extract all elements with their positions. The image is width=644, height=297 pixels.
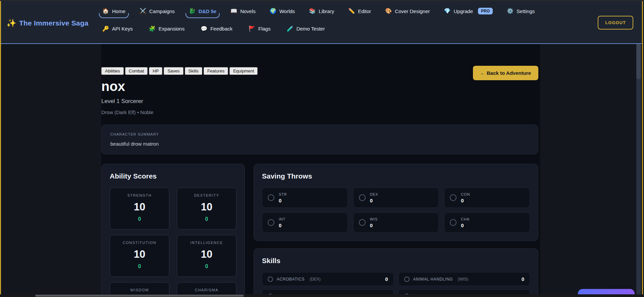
skills-panel: Skills ACROBATICS (DEX) 0 ANIMAL HANDLIN…	[254, 248, 538, 297]
key-icon: 🔑	[102, 26, 109, 32]
pro-badge: PRO	[478, 8, 493, 14]
skills-grid: ACROBATICS (DEX) 0 ANIMAL HANDLING (WIS)…	[262, 272, 530, 297]
right-column: Saving Throws STR 0 DEX 0	[254, 164, 538, 297]
skill-acrobatics[interactable]: ACROBATICS (DEX) 0	[262, 272, 394, 286]
ability-name: WISDOM	[113, 288, 166, 292]
saving-throw-dex[interactable]: DEX 0	[353, 188, 439, 208]
nav-label: Settings	[517, 8, 535, 14]
saving-throws-grid: STR 0 DEX 0 CON	[262, 188, 530, 233]
nav-item-worlds[interactable]: 🌍 Worlds	[269, 7, 296, 17]
window-chrome-top	[0, 0, 644, 1]
ability-score: 10	[180, 201, 233, 213]
ability-name: INTELLIGENCE	[180, 241, 233, 245]
nav-label: Worlds	[279, 8, 295, 14]
saving-throws-panel: Saving Throws STR 0 DEX 0	[254, 164, 538, 241]
crossed-swords-icon: ⚔️	[140, 8, 146, 14]
proficiency-circle-icon	[450, 194, 457, 201]
character-summary-panel: CHARACTER SUMMARY beautiful drow matron	[101, 125, 538, 154]
ability-score: 10	[180, 248, 233, 260]
nav-label: Editor	[358, 8, 371, 14]
ability-modifier: 0	[180, 216, 233, 222]
book-icon: 📖	[230, 8, 237, 14]
app-header: ✨ The Immersive Saga 🏠 Home ⚔️ Campaigns…	[1, 1, 642, 44]
nav-item-dnd-5e[interactable]: 🐉 D&D 5e	[188, 7, 217, 17]
tab-skills[interactable]: Skills	[185, 67, 202, 75]
ability-card-dexterity: DEXTERITY 10 0	[177, 188, 236, 230]
nav-label: Upgrade	[454, 8, 473, 14]
tab-abilities[interactable]: Abilities	[101, 67, 124, 75]
skill-value: 0	[522, 276, 524, 282]
horizontal-scrollbar[interactable]	[0, 294, 644, 297]
character-sheet: Abilities Combat HP Saves Skills Feature…	[101, 67, 538, 297]
back-to-adventure-button[interactable]: ← Back to Adventure	[473, 66, 538, 80]
save-name: DEX	[370, 192, 378, 196]
nav-label: Cover Designer	[395, 8, 430, 14]
test-tube-icon: 🧪	[287, 26, 293, 32]
nav-label: API Keys	[112, 26, 133, 32]
save-name: WIS	[370, 217, 378, 221]
brand-title: The Immersive Saga	[19, 19, 89, 27]
nav-item-novels[interactable]: 📖 Novels	[230, 7, 256, 17]
tab-combat[interactable]: Combat	[125, 67, 148, 75]
tab-saves[interactable]: Saves	[164, 67, 183, 75]
nav-label: Expansions	[159, 26, 185, 32]
nav-row-primary: 🏠 Home ⚔️ Campaigns 🐉 D&D 5e 📖 Novels 🌍 …	[102, 6, 535, 18]
proficiency-circle-icon	[268, 219, 274, 226]
tab-hp[interactable]: HP	[149, 67, 162, 75]
tab-features[interactable]: Features	[204, 67, 228, 75]
nav-row-secondary: 🔑 API Keys 🧩 Expansions 💬 Feedback 🚩 Fla…	[102, 24, 535, 35]
saving-throw-cha[interactable]: CHA 0	[444, 212, 530, 233]
proficiency-circle-icon	[404, 277, 410, 282]
nav-item-cover-designer[interactable]: 🎨 Cover Designer	[384, 7, 430, 17]
saving-throws-title: Saving Throws	[262, 172, 530, 180]
nav-item-upgrade[interactable]: 💎 Upgrade PRO	[443, 6, 494, 18]
save-value: 0	[370, 198, 378, 203]
nav-item-library[interactable]: 📚 Library	[308, 7, 335, 17]
saving-throw-wis[interactable]: WIS 0	[353, 212, 439, 233]
skill-ability: (DEX)	[310, 277, 321, 282]
nav-item-api-keys[interactable]: 🔑 API Keys	[102, 24, 133, 35]
ability-name: DEXTERITY	[180, 193, 233, 197]
skills-title: Skills	[262, 257, 530, 265]
gem-icon: 💎	[444, 8, 451, 14]
proficiency-circle-icon	[359, 194, 366, 201]
proficiency-circle-icon	[268, 194, 274, 201]
skill-animal-handling[interactable]: ANIMAL HANDLING (WIS) 0	[398, 272, 530, 286]
vertical-scrollbar-thumb[interactable]	[636, 44, 641, 79]
nav-item-demo-tester[interactable]: 🧪 Demo Tester	[286, 24, 326, 35]
gear-icon: ⚙️	[507, 8, 514, 14]
nav-label: Novels	[240, 8, 256, 14]
saving-throw-con[interactable]: CON 0	[444, 188, 530, 208]
sheet-grid: Ability Scores STRENGTH 10 0 DEXTERITY 1…	[101, 164, 538, 297]
save-name: INT	[279, 217, 285, 221]
character-lineage: Drow (Dark Elf) • Noble	[101, 109, 538, 115]
ability-card-constitution: CONSTITUTION 10 0	[110, 235, 169, 277]
vertical-scrollbar[interactable]	[636, 44, 641, 294]
tab-equipment[interactable]: Equipment	[229, 67, 258, 75]
nav-item-expansions[interactable]: 🧩 Expansions	[148, 24, 185, 35]
proficiency-circle-icon	[450, 219, 457, 226]
nav-item-feedback[interactable]: 💬 Feedback	[200, 24, 233, 35]
logout-button[interactable]: LOGOUT	[598, 16, 633, 30]
character-level-class: Level 1 Sorcerer	[101, 98, 538, 105]
ability-scores-title: Ability Scores	[110, 172, 236, 180]
nav-item-campaigns[interactable]: ⚔️ Campaigns	[139, 7, 175, 17]
palette-icon: 🎨	[385, 8, 392, 14]
skill-ability: (WIS)	[458, 277, 468, 282]
horizontal-scrollbar-thumb[interactable]	[35, 295, 244, 297]
window-border-left	[0, 1, 1, 294]
home-icon: 🏠	[102, 8, 109, 14]
saving-throw-str[interactable]: STR 0	[262, 188, 348, 208]
pencil-icon: ✏️	[348, 8, 355, 14]
nav-item-settings[interactable]: ⚙️ Settings	[506, 7, 535, 17]
save-value: 0	[279, 198, 287, 203]
saving-throw-int[interactable]: INT 0	[262, 212, 348, 233]
save-name: CHA	[461, 217, 470, 221]
nav-item-editor[interactable]: ✏️ Editor	[347, 7, 372, 17]
skill-name: ANIMAL HANDLING	[413, 277, 453, 282]
ability-score: 10	[113, 248, 166, 260]
ability-grid: STRENGTH 10 0 DEXTERITY 10 0 CONSTITUTIO…	[110, 188, 236, 297]
ability-scores-panel: Ability Scores STRENGTH 10 0 DEXTERITY 1…	[101, 164, 245, 297]
nav-item-home[interactable]: 🏠 Home	[102, 7, 126, 17]
nav-item-flags[interactable]: 🚩 Flags	[248, 24, 271, 35]
